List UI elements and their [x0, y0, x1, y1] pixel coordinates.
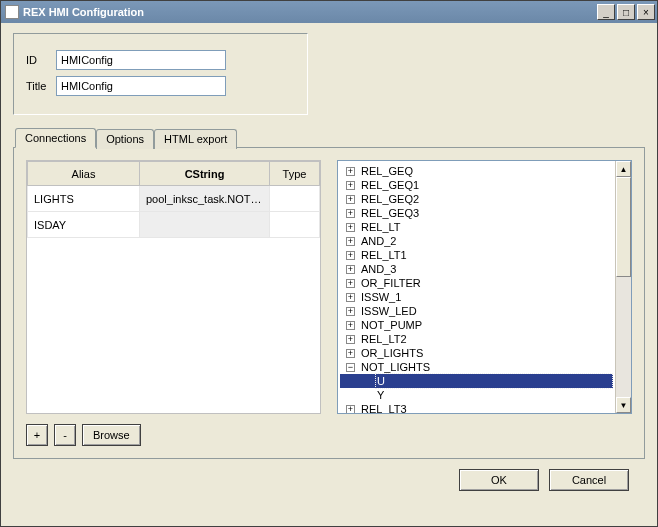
- expand-icon[interactable]: [346, 265, 355, 274]
- expand-icon[interactable]: [346, 167, 355, 176]
- tree-label: REL_LT1: [359, 248, 409, 262]
- tree-item[interactable]: AND_3: [340, 262, 613, 276]
- tree-label: ISSW_LED: [359, 304, 419, 318]
- tree-item[interactable]: ISSW_1: [340, 290, 613, 304]
- tree-connector: [362, 377, 371, 386]
- tree-item[interactable]: REL_GEQ1: [340, 178, 613, 192]
- tree-item[interactable]: REL_LT3: [340, 402, 613, 413]
- connections-table: AliasCStringTypeLIGHTSpool_inksc_task.NO…: [26, 160, 321, 414]
- scroll-up-icon[interactable]: ▲: [616, 161, 631, 177]
- tab-options[interactable]: Options: [96, 129, 154, 149]
- signal-tree[interactable]: REL_GEQREL_GEQ1REL_GEQ2REL_GEQ3REL_LTAND…: [337, 160, 632, 414]
- app-icon: ◧: [5, 5, 19, 19]
- tab-html-export[interactable]: HTML export: [154, 129, 237, 149]
- tree-item[interactable]: REL_LT1: [340, 248, 613, 262]
- tree-label: NOT_LIGHTS: [359, 360, 432, 374]
- add-button[interactable]: +: [26, 424, 48, 446]
- title-input[interactable]: [56, 76, 226, 96]
- tree-item[interactable]: Y: [340, 388, 613, 402]
- tree-label: OR_LIGHTS: [359, 346, 425, 360]
- expand-icon[interactable]: [346, 405, 355, 414]
- tree-item[interactable]: REL_GEQ2: [340, 192, 613, 206]
- tree-label: Y: [375, 388, 386, 402]
- title-bar: ◧ REX HMI Configuration _ □ ×: [1, 1, 657, 23]
- expand-icon[interactable]: [346, 181, 355, 190]
- id-group: ID Title: [13, 33, 308, 115]
- tree-label: ISSW_1: [359, 290, 403, 304]
- tree-item[interactable]: NOT_LIGHTS: [340, 360, 613, 374]
- tree-label: AND_3: [359, 262, 398, 276]
- remove-button[interactable]: -: [54, 424, 76, 446]
- minimize-button[interactable]: _: [597, 4, 615, 20]
- tree-label: REL_GEQ3: [359, 206, 421, 220]
- cancel-button[interactable]: Cancel: [549, 469, 629, 491]
- tree-label: AND_2: [359, 234, 398, 248]
- expand-icon[interactable]: [346, 251, 355, 260]
- tree-label: REL_GEQ: [359, 164, 415, 178]
- tree-item[interactable]: ISSW_LED: [340, 304, 613, 318]
- tree-label: U: [375, 373, 613, 389]
- tree-item[interactable]: REL_GEQ3: [340, 206, 613, 220]
- table-row[interactable]: LIGHTSpool_inksc_task.NOT_L...: [28, 186, 320, 212]
- tab-strip: ConnectionsOptionsHTML export: [13, 127, 645, 147]
- expand-icon[interactable]: [346, 237, 355, 246]
- browse-button[interactable]: Browse: [82, 424, 141, 446]
- tree-item[interactable]: AND_2: [340, 234, 613, 248]
- id-input[interactable]: [56, 50, 226, 70]
- tree-item[interactable]: REL_LT: [340, 220, 613, 234]
- col-alias[interactable]: Alias: [28, 162, 140, 186]
- tree-label: REL_GEQ2: [359, 192, 421, 206]
- scroll-thumb[interactable]: [616, 177, 631, 277]
- scrollbar[interactable]: ▲ ▼: [615, 161, 631, 413]
- expand-icon[interactable]: [346, 307, 355, 316]
- tree-item[interactable]: NOT_PUMP: [340, 318, 613, 332]
- expand-icon[interactable]: [346, 321, 355, 330]
- tree-item[interactable]: REL_LT2: [340, 332, 613, 346]
- id-label: ID: [26, 54, 56, 66]
- scroll-down-icon[interactable]: ▼: [616, 397, 631, 413]
- expand-icon[interactable]: [346, 223, 355, 232]
- expand-icon[interactable]: [346, 335, 355, 344]
- close-button[interactable]: ×: [637, 4, 655, 20]
- tab-pane: AliasCStringTypeLIGHTSpool_inksc_task.NO…: [13, 147, 645, 459]
- expand-icon[interactable]: [346, 349, 355, 358]
- tree-label: REL_LT: [359, 220, 403, 234]
- tree-label: REL_GEQ1: [359, 178, 421, 192]
- table-row[interactable]: ISDAY: [28, 212, 320, 238]
- col-cstring[interactable]: CString: [140, 162, 270, 186]
- tree-item[interactable]: OR_LIGHTS: [340, 346, 613, 360]
- title-label: Title: [26, 80, 56, 92]
- ok-button[interactable]: OK: [459, 469, 539, 491]
- tab-connections[interactable]: Connections: [15, 128, 96, 148]
- tree-item[interactable]: U: [340, 374, 613, 388]
- tree-connector: [362, 391, 371, 400]
- tree-label: NOT_PUMP: [359, 318, 424, 332]
- tree-label: OR_FILTER: [359, 276, 423, 290]
- tree-item[interactable]: REL_GEQ: [340, 164, 613, 178]
- tree-label: REL_LT2: [359, 332, 409, 346]
- tree-label: REL_LT3: [359, 402, 409, 413]
- maximize-button[interactable]: □: [617, 4, 635, 20]
- col-type[interactable]: Type: [270, 162, 320, 186]
- collapse-icon[interactable]: [346, 363, 355, 372]
- expand-icon[interactable]: [346, 195, 355, 204]
- window-title: REX HMI Configuration: [23, 6, 595, 18]
- expand-icon[interactable]: [346, 279, 355, 288]
- expand-icon[interactable]: [346, 293, 355, 302]
- expand-icon[interactable]: [346, 209, 355, 218]
- tree-item[interactable]: OR_FILTER: [340, 276, 613, 290]
